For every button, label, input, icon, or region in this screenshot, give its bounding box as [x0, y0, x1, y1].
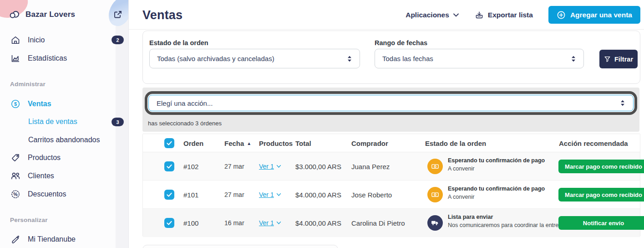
sidebar-item-ventas[interactable]: $ Ventas — [10, 98, 51, 110]
status-subtitle: Nos comunicaremos para coordinar la entr… — [448, 222, 565, 228]
row-checkbox[interactable] — [164, 218, 174, 228]
download-icon — [475, 10, 484, 20]
plus-circle-icon — [557, 10, 566, 20]
order-date: 27 mar — [224, 152, 244, 181]
select-arrows-icon — [571, 55, 576, 62]
exportar-lista-button[interactable]: Exportar lista — [475, 10, 533, 20]
ver-products-label: Ver 1 — [259, 219, 274, 227]
svg-text:%: % — [13, 191, 18, 197]
column-header-fecha-label: Fecha — [224, 140, 244, 147]
sidebar-item-descuentos[interactable]: % Descuentos — [10, 188, 66, 201]
order-date: 27 mar — [224, 181, 244, 209]
order-status: Esperando tu confirmación de pago A conv… — [448, 186, 545, 200]
orders-table: Orden Fecha ▲ Productos Total Comprador … — [142, 134, 640, 237]
sidebar-item-label: Descuentos — [28, 190, 66, 198]
main-content: Estado de la orden Todas (salvo archivad… — [129, 30, 644, 248]
agregar-una-venta-label: Agregar una venta — [570, 11, 632, 19]
chevron-down-icon — [453, 13, 459, 17]
select-all-checkbox[interactable] — [164, 138, 174, 148]
column-header-comprador[interactable]: Comprador — [351, 134, 388, 152]
sidebar-item-mi-tiendanube[interactable]: Mi Tiendanube — [10, 233, 76, 246]
stats-icon — [10, 53, 21, 64]
status-subtitle: A convenir — [448, 165, 545, 172]
products-cell: Ver 1 — [259, 181, 281, 209]
sidebar-item-estadisticas[interactable]: Estadísticas — [10, 52, 67, 65]
store-header: Bazar Lovers — [9, 6, 123, 23]
order-buyer: Carolina Di Pietro — [351, 209, 405, 237]
order-status-select[interactable]: Todas (salvo archivadas y canceladas) — [149, 49, 360, 68]
column-header-productos[interactable]: Productos — [259, 134, 293, 152]
order-link[interactable]: #100 — [183, 209, 198, 237]
discount-icon: % — [10, 189, 21, 200]
agregar-una-venta-button[interactable]: Agregar una venta — [548, 6, 640, 24]
tag-icon — [10, 152, 21, 163]
external-link-icon[interactable] — [113, 10, 123, 20]
order-link[interactable]: #102 — [183, 152, 198, 181]
sidebar-item-label: Inicio — [28, 36, 45, 44]
column-header-total[interactable]: Total — [295, 134, 311, 152]
aplicaciones-label: Aplicaciones — [406, 11, 449, 19]
row-checkbox[interactable] — [164, 190, 174, 200]
order-status: Lista para enviar Nos comunicaremos para… — [448, 214, 565, 228]
order-buyer: Juana Perez — [351, 152, 390, 181]
page-title: Ventas — [142, 8, 183, 22]
filters-panel: Estado de la orden Todas (salvo archivad… — [142, 31, 640, 84]
recommended-action-button[interactable]: Marcar pago como recibido — [558, 160, 644, 173]
order-total: $4.000,00 ARS — [295, 209, 341, 237]
status-title: Esperando tu confirmación de pago — [448, 186, 545, 192]
sort-asc-icon: ▲ — [247, 141, 251, 146]
sidebar-item-label: Ventas — [28, 100, 51, 108]
sidebar-section-personalizar: Personalizar — [10, 217, 48, 223]
cloud-logo-icon — [9, 9, 20, 20]
column-header-estado: Estado de la orden — [425, 134, 486, 152]
sidebar-item-lista-de-ventas[interactable]: Lista de ventas — [28, 115, 77, 128]
bulk-action-select[interactable]: Elegí una acción... — [148, 95, 634, 111]
order-link[interactable]: #101 — [183, 181, 198, 209]
ver-products-label: Ver 1 — [259, 163, 274, 170]
aplicaciones-menu[interactable]: Aplicaciones — [406, 11, 459, 19]
ver-products-link[interactable]: Ver 1 — [259, 191, 281, 198]
exportar-lista-label: Exportar lista — [488, 11, 533, 19]
inicio-badge: 2 — [112, 36, 124, 44]
bulk-action-placeholder: Elegí una acción... — [157, 99, 620, 107]
header-actions: Aplicaciones Exportar lista — [406, 0, 640, 30]
truck-icon — [427, 215, 443, 231]
row-checkbox[interactable] — [164, 161, 174, 171]
column-header-orden[interactable]: Orden — [183, 134, 203, 152]
cash-icon — [427, 159, 443, 174]
lista-de-ventas-badge: 3 — [112, 118, 124, 126]
ver-products-label: Ver 1 — [259, 191, 274, 198]
brush-icon — [10, 234, 21, 245]
date-range-value: Todas las fechas — [382, 55, 571, 62]
sidebar-item-carritos-abandonados[interactable]: Carritos abandonados — [28, 134, 100, 146]
svg-text:$: $ — [14, 101, 17, 107]
dollar-circle-icon: $ — [10, 98, 21, 109]
next-panel-partial — [142, 245, 338, 248]
column-header-fecha[interactable]: Fecha ▲ — [224, 134, 251, 152]
sidebar-item-label: Carritos abandonados — [28, 136, 100, 144]
sidebar-item-label: Mi Tiendanube — [28, 235, 76, 243]
sidebar-item-productos[interactable]: Productos — [10, 151, 61, 164]
sidebar-item-inicio[interactable]: Inicio — [10, 34, 45, 46]
table-row: #101 27 mar Ver 1 $4.000,00 ARS Jose Rob… — [143, 181, 640, 209]
sidebar-item-label: Clientes — [28, 172, 54, 180]
cash-icon — [427, 187, 443, 202]
sidebar-section-administrar: Administrar — [10, 81, 46, 88]
sidebar: Bazar Lovers Inicio 2 — [0, 0, 129, 248]
table-row: #100 16 mar Ver 1 $4.000,00 ARS Carolina… — [143, 209, 640, 237]
select-arrows-icon — [620, 99, 625, 107]
recommended-action-button[interactable]: Notificar envío — [558, 216, 644, 230]
products-cell: Ver 1 — [259, 209, 281, 237]
order-total: $4.000,00 ARS — [295, 181, 341, 209]
sidebar-item-clientes[interactable]: Clientes — [10, 170, 54, 182]
funnel-icon — [604, 56, 611, 62]
order-status-label: Estado de la orden — [149, 39, 208, 46]
status-subtitle: A convenir — [448, 194, 545, 200]
page-header: Ventas Aplicaciones Exportar lista — [129, 0, 644, 30]
order-date: 16 mar — [224, 209, 244, 237]
recommended-action-button[interactable]: Marcar pago como recibido — [558, 188, 644, 202]
ver-products-link[interactable]: Ver 1 — [259, 219, 281, 227]
filtrar-button[interactable]: Filtrar — [599, 50, 638, 68]
ver-products-link[interactable]: Ver 1 — [259, 163, 281, 170]
date-range-select[interactable]: Todas las fechas — [375, 49, 584, 68]
